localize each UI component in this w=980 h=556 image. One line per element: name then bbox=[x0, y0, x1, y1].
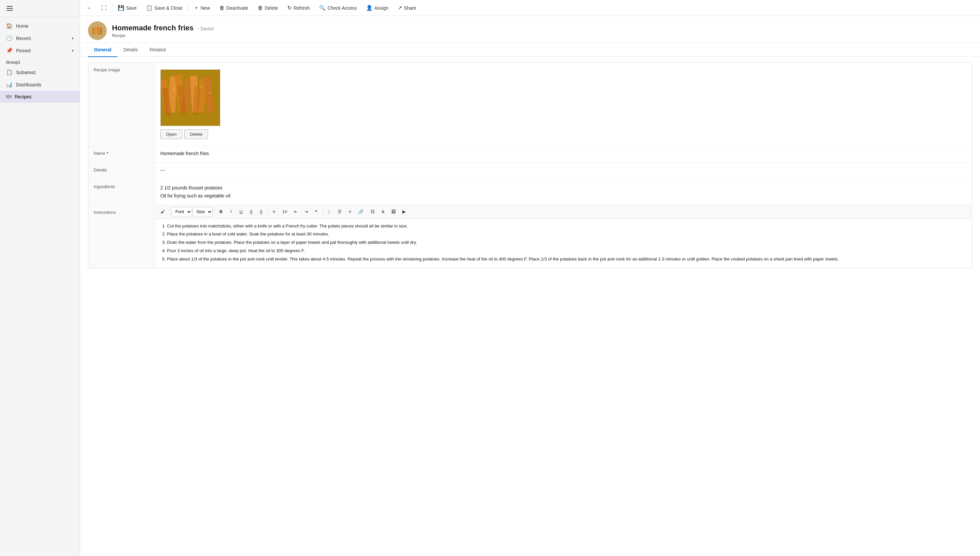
dashboard-icon: 📊 bbox=[6, 81, 13, 88]
tab-details[interactable]: Details bbox=[117, 43, 143, 57]
font-select[interactable]: Font bbox=[172, 207, 192, 217]
svg-rect-3 bbox=[97, 27, 99, 35]
italic-button[interactable]: I bbox=[226, 207, 236, 217]
decrease-indent-button[interactable]: ⇤ bbox=[291, 207, 301, 217]
save-icon: 💾 bbox=[118, 5, 124, 11]
delete-icon: 🗑 bbox=[258, 5, 263, 11]
back-button[interactable]: ← bbox=[82, 2, 97, 14]
sidebar-item-label: Home bbox=[16, 23, 28, 29]
underline-button[interactable]: U bbox=[236, 207, 246, 217]
instructions-label: Instructions bbox=[88, 205, 155, 268]
numbered-list-button[interactable]: 1≡ bbox=[279, 207, 290, 217]
strikethrough-button[interactable]: S̶ bbox=[378, 207, 388, 217]
delete-image-button[interactable]: Delete bbox=[184, 129, 208, 139]
sidebar-item-home[interactable]: 🏠 Home bbox=[0, 20, 80, 32]
highlight-icon: A̲ bbox=[250, 209, 253, 214]
instructions-editor: 🖌 Font Size B I U bbox=[155, 205, 972, 268]
svg-rect-1 bbox=[92, 27, 94, 35]
toolbar: ← ⛶ 💾 Save 📋 Save & Close ＋ New 🗑 Deacti… bbox=[80, 0, 980, 16]
recipe-image bbox=[160, 70, 220, 126]
font-color-button[interactable]: A̲ bbox=[256, 207, 266, 217]
share-icon: ↗ bbox=[398, 5, 402, 11]
bullet-list-button[interactable]: ≡ bbox=[269, 207, 279, 217]
ingredients-label: Ingredients bbox=[88, 179, 155, 205]
instructions-inner: Instructions 🖌 Font Size bbox=[88, 205, 972, 268]
sidebar-item-label: Recipes bbox=[15, 94, 32, 99]
refresh-button[interactable]: ↻ Refresh bbox=[283, 2, 314, 14]
required-indicator: * bbox=[107, 151, 108, 156]
refresh-icon: ↻ bbox=[287, 5, 292, 11]
sidebar-item-label: Dashboards bbox=[16, 82, 41, 87]
recipe-image-svg bbox=[161, 70, 220, 126]
details-row: Details --- bbox=[88, 163, 972, 179]
instruction-item-4: Pour 3 inches of oil into a large, deep … bbox=[167, 247, 966, 254]
tab-related[interactable]: Related bbox=[143, 43, 172, 57]
ingredient-line-1: 2 1/2 pounds Russet potatoes bbox=[160, 184, 966, 192]
delete-button[interactable]: 🗑 Delete bbox=[253, 2, 283, 14]
svg-point-19 bbox=[200, 87, 201, 88]
remove-link-button[interactable]: ⛓ bbox=[368, 207, 378, 217]
share-button[interactable]: ↗ Share bbox=[393, 2, 421, 14]
content-header: Homemade french fries - Saved Recipe bbox=[80, 16, 980, 43]
more-options-button[interactable]: ▶ bbox=[399, 207, 409, 217]
rte-toolbar: 🖌 Font Size B I U bbox=[155, 205, 972, 219]
sidebar-item-recent[interactable]: 🕐 Recent ▾ bbox=[0, 32, 80, 44]
sidebar-item-dashboards[interactable]: 📊 Dashboards bbox=[0, 78, 80, 91]
tab-general[interactable]: General bbox=[88, 43, 117, 57]
sidebar-item-subarea1[interactable]: 📋 Subarea1 bbox=[0, 66, 80, 78]
hamburger-button[interactable] bbox=[5, 4, 15, 13]
deactivate-icon: 🗑 bbox=[219, 5, 225, 11]
open-image-button[interactable]: Open bbox=[160, 129, 182, 139]
back-icon: ← bbox=[87, 5, 92, 11]
deactivate-button[interactable]: 🗑 Deactivate bbox=[215, 2, 253, 14]
sidebar-item-pinned[interactable]: 📌 Pinned ▾ bbox=[0, 44, 80, 57]
align-right-icon: ≡ bbox=[349, 209, 351, 214]
insert-link-button[interactable]: 🔗 bbox=[355, 207, 367, 217]
open-button[interactable]: ⛶ bbox=[97, 2, 111, 14]
insert-image-button[interactable]: 🖼 bbox=[388, 207, 399, 217]
check-access-icon: 🔍 bbox=[319, 5, 326, 11]
assign-icon: 👤 bbox=[366, 5, 373, 11]
details-label: Details bbox=[88, 163, 155, 179]
link-icon: 🔗 bbox=[358, 209, 364, 214]
save-close-icon: 📋 bbox=[146, 5, 153, 11]
tabs: General Details Related bbox=[80, 43, 980, 57]
blockquote-icon: ❝ bbox=[315, 209, 318, 214]
avatar-image bbox=[88, 21, 107, 40]
instruction-item-1: Cut the potatoes into matchsticks, eithe… bbox=[167, 223, 966, 230]
highlight-button[interactable]: A̲ bbox=[246, 207, 256, 217]
size-select[interactable]: Size bbox=[193, 207, 213, 217]
instruction-item-3: Drain the water from the potatoes. Place… bbox=[167, 239, 966, 246]
sidebar-item-recipes[interactable]: 🍽 Recipes bbox=[0, 91, 80, 103]
details-value: --- bbox=[155, 163, 972, 179]
check-access-button[interactable]: 🔍 Check Access bbox=[314, 2, 361, 14]
new-icon: ＋ bbox=[193, 4, 199, 11]
align-right-button[interactable]: ≡ bbox=[345, 207, 355, 217]
avatar bbox=[88, 21, 107, 40]
chevron-down-icon: ▾ bbox=[72, 36, 74, 41]
align-left-button[interactable]: ⫶ bbox=[325, 207, 334, 217]
group-label: Group1 bbox=[0, 57, 80, 66]
bold-button[interactable]: B bbox=[216, 207, 226, 217]
name-label: Name * bbox=[88, 146, 155, 162]
align-center-button[interactable]: ☰ bbox=[335, 207, 345, 217]
blockquote-button[interactable]: ❝ bbox=[312, 207, 321, 217]
rte-clear-format-button[interactable]: 🖌 bbox=[158, 207, 168, 217]
new-button[interactable]: ＋ New bbox=[189, 2, 215, 14]
name-row: Name * Homemade french fries bbox=[88, 146, 972, 163]
increase-indent-button[interactable]: ⇥ bbox=[301, 207, 311, 217]
instructions-row: Instructions 🖌 Font Size bbox=[88, 205, 972, 268]
strikethrough-icon: S̶ bbox=[382, 209, 384, 214]
assign-button[interactable]: 👤 Assign bbox=[361, 2, 393, 14]
save-button[interactable]: 💾 Save bbox=[113, 2, 141, 14]
record-title-block: Homemade french fries - Saved Recipe bbox=[112, 24, 214, 38]
increase-indent-icon: ⇥ bbox=[304, 209, 308, 214]
ingredients-text: 2 1/2 pounds Russet potatoes Oil for fry… bbox=[160, 184, 966, 200]
record-saved-badge: - Saved bbox=[197, 26, 213, 31]
open-icon: ⛶ bbox=[102, 5, 107, 11]
sidebar-item-label: Subarea1 bbox=[16, 70, 36, 75]
sidebar-nav: 🏠 Home 🕐 Recent ▾ 📌 Pinned ▾ Group1 📋 Su… bbox=[0, 17, 80, 105]
font-color-icon: A̲ bbox=[260, 209, 263, 214]
unlink-icon: ⛓ bbox=[370, 209, 375, 214]
save-close-button[interactable]: 📋 Save & Close bbox=[141, 2, 187, 14]
